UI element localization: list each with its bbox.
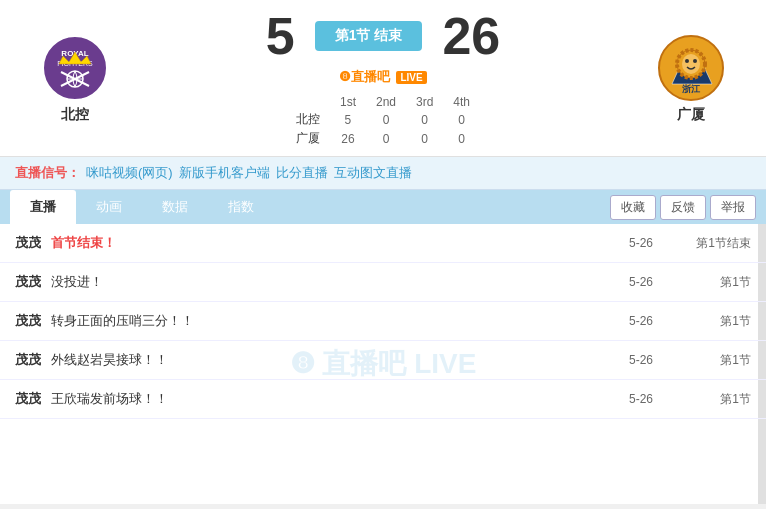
feed-content: 王欣瑞发前场球！！: [47, 390, 611, 408]
feed-team: 茂茂: [15, 273, 47, 291]
feed-row: 茂茂王欣瑞发前场球！！5-26第1节: [0, 380, 766, 419]
live-source-text: ❽直播吧: [339, 68, 390, 86]
signal-link-mobile[interactable]: 新版手机客户端: [179, 164, 270, 182]
feed-period: 第1节结束: [671, 235, 751, 252]
score-header: ROYAL FIGHTERS 北控 5 第1节 结束 26 ❽直播吧: [0, 0, 766, 157]
feed-content: 首节结束！: [47, 234, 611, 252]
score-left: 5: [266, 10, 295, 62]
feed-score: 5-26: [611, 353, 671, 367]
tab-animation[interactable]: 动画: [76, 190, 142, 224]
feed-score: 5-26: [611, 275, 671, 289]
feed-row: 茂茂外线赵岩昊接球！！5-26第1节: [0, 341, 766, 380]
signal-link-interactive[interactable]: 互动图文直播: [334, 164, 412, 182]
feed-period: 第1节: [671, 352, 751, 369]
content-area: ❽ 直播吧 LIVE 茂茂首节结束！5-26第1节结束茂茂没投进！5-26第1节…: [0, 224, 766, 504]
feedback-button[interactable]: 反馈: [660, 195, 706, 220]
period-badge: 第1节 结束: [315, 21, 423, 51]
feed-score: 5-26: [611, 236, 671, 250]
feed-period: 第1节: [671, 274, 751, 291]
svg-point-9: [682, 54, 700, 74]
feed-period: 第1节: [671, 391, 751, 408]
tab-actions: 收藏 反馈 举报: [610, 195, 756, 220]
feed-team: 茂茂: [15, 390, 47, 408]
feed-container: 茂茂首节结束！5-26第1节结束茂茂没投进！5-26第1节茂茂转身正面的压哨三分…: [0, 224, 766, 419]
feed-row: 茂茂没投进！5-26第1节: [0, 263, 766, 302]
feed-content: 外线赵岩昊接球！！: [47, 351, 611, 369]
feed-content: 转身正面的压哨三分！！: [47, 312, 611, 330]
score-center: 5 第1节 结束 26 ❽直播吧 LIVE 1st 2nd 3rd 4th 北控…: [135, 10, 631, 148]
feed-period: 第1节: [671, 313, 751, 330]
svg-text:浙江: 浙江: [682, 84, 701, 94]
signal-link-score[interactable]: 比分直播: [276, 164, 328, 182]
feed-row: 茂茂转身正面的压哨三分！！5-26第1节: [0, 302, 766, 341]
quarters-table: 1st 2nd 3rd 4th 北控 5 0 0 0 广厦 26 0 0 0: [286, 94, 480, 148]
team-right-name: 广厦: [677, 106, 705, 124]
feed-row: 茂茂首节结束！5-26第1节结束: [0, 224, 766, 263]
team-left: ROYAL FIGHTERS 北控: [15, 34, 135, 124]
tab-live[interactable]: 直播: [10, 190, 76, 224]
feed-team: 茂茂: [15, 312, 47, 330]
team-left-logo: ROYAL FIGHTERS: [41, 34, 109, 102]
svg-point-12: [693, 59, 697, 63]
signal-link-migo[interactable]: 咪咕视频(网页): [86, 164, 173, 182]
signal-label: 直播信号：: [15, 164, 80, 182]
feed-team: 茂茂: [15, 234, 47, 252]
tab-bar: 直播 动画 数据 指数 收藏 反馈 举报: [0, 190, 766, 224]
tab-index[interactable]: 指数: [208, 190, 274, 224]
feed-team: 茂茂: [15, 351, 47, 369]
feed-score: 5-26: [611, 314, 671, 328]
feed-score: 5-26: [611, 392, 671, 406]
collect-button[interactable]: 收藏: [610, 195, 656, 220]
live-logo: ❽直播吧 LIVE: [339, 68, 426, 86]
team-left-name: 北控: [61, 106, 89, 124]
report-button[interactable]: 举报: [710, 195, 756, 220]
signal-bar: 直播信号： 咪咕视频(网页) 新版手机客户端 比分直播 互动图文直播: [0, 157, 766, 190]
score-right: 26: [442, 10, 500, 62]
tab-data[interactable]: 数据: [142, 190, 208, 224]
team-right: 浙江 广厦: [631, 34, 751, 124]
svg-point-0: [43, 36, 107, 100]
feed-content: 没投进！: [47, 273, 611, 291]
svg-point-11: [685, 59, 689, 63]
live-badge: LIVE: [396, 71, 426, 84]
team-right-logo: 浙江: [657, 34, 725, 102]
score-main: 5 第1节 结束 26: [135, 10, 631, 62]
